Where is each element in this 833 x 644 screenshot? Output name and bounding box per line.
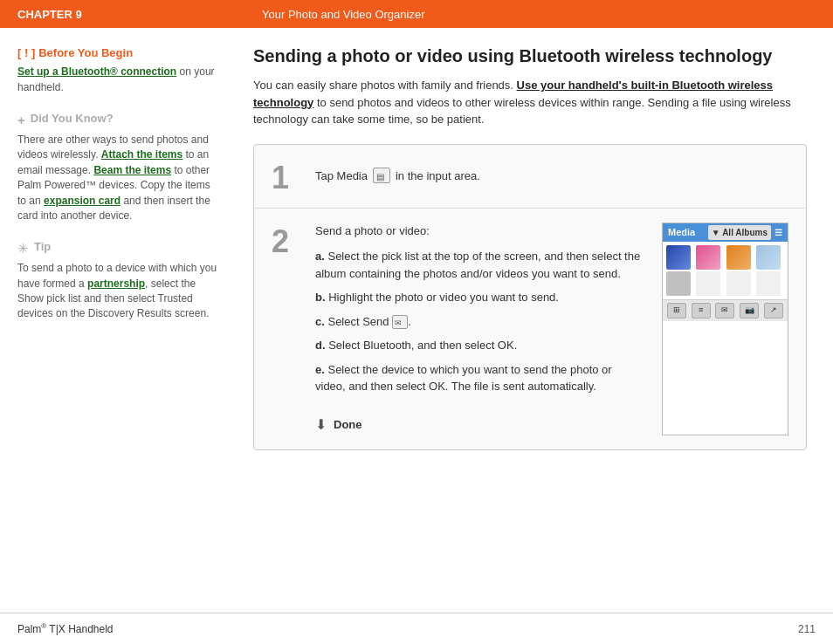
before-you-begin-title: Before You Begin (38, 45, 133, 61)
footer-brand: Palm® T|X Handheld (17, 622, 114, 635)
tip-title: Tip (34, 239, 51, 255)
media-footer: ⊞ ≡ ✉ 📷 ↗ (663, 299, 788, 321)
list-item: b. Highlight the photo or video you want… (315, 289, 644, 306)
step-2-row: 2 Send a photo or video: a. Select the p… (254, 209, 806, 449)
beam-items-link[interactable]: Beam the items (93, 164, 171, 176)
chapter-label: CHAPTER 9 (17, 8, 262, 21)
brand-text: Palm® T|X Handheld (17, 623, 114, 635)
intro-paragraph: You can easily share photos with family … (253, 77, 807, 128)
list-item: c. Select Send . (315, 313, 644, 331)
step-1-content: Tap Media in the input area. (315, 159, 788, 185)
thumb-1 (666, 245, 691, 270)
page-title: Sending a photo or video using Bluetooth… (253, 45, 807, 66)
page-header: CHAPTER 9 Your Photo and Video Organizer (0, 0, 833, 28)
media-label: Media (668, 225, 695, 240)
step-1-text: Tap Media in the input area. (315, 159, 788, 185)
page-footer: Palm® T|X Handheld 211 (0, 613, 833, 644)
list-item: e. Select the device to which you want t… (315, 361, 644, 395)
asterisk-icon: ✳ (17, 239, 29, 257)
plus-icon: + (17, 111, 25, 129)
content-area: Sending a photo or video using Bluetooth… (236, 28, 833, 613)
did-you-know-section: + Did You Know? There are other ways to … (17, 111, 218, 223)
thumb-5 (666, 271, 691, 296)
before-you-begin-header: [ ! ] Before You Begin (17, 45, 218, 61)
media-btn-send[interactable]: ↗ (764, 303, 783, 319)
thumb-3 (726, 245, 751, 270)
step-2-instructions: Send a photo or video: a. Select the pic… (315, 223, 644, 435)
media-icon (373, 168, 390, 183)
sidebar: [ ! ] Before You Begin Set up a Bluetoot… (0, 28, 236, 613)
media-screenshot: Media ▼ All Albums ☰ (662, 223, 788, 435)
intro-text-before: You can easily share photos with family … (253, 79, 517, 92)
did-you-know-header: + Did You Know? (17, 111, 218, 129)
done-icon: ⬇ (315, 414, 327, 435)
media-header-bar: Media ▼ All Albums ☰ (663, 223, 788, 242)
thumb-2 (696, 245, 720, 270)
list-item: a. Select the pick list at the top of th… (315, 248, 644, 282)
done-label: Done (334, 416, 362, 434)
tap-media-after: in the input area. (396, 168, 480, 185)
bluetooth-connection-link[interactable]: Set up a Bluetooth® connection (17, 65, 176, 78)
step-1-number: 1 (272, 159, 315, 194)
thumb-6 (696, 271, 720, 296)
header-title: Your Photo and Video Organizer (262, 8, 424, 21)
before-you-begin-text: Set up a Bluetooth® connection on your h… (17, 65, 218, 95)
media-grid (663, 242, 788, 299)
did-you-know-text: There are other ways to send photos and … (17, 133, 218, 223)
intro-text-after: to send photos and videos to other wirel… (253, 96, 791, 127)
footer-page-number: 211 (798, 623, 816, 635)
expansion-card-link[interactable]: expansion card (44, 195, 120, 207)
step-1-row: 1 Tap Media in the input area. (254, 145, 806, 209)
media-btn-list[interactable]: ≡ (692, 303, 711, 319)
did-you-know-title: Did You Know? (31, 111, 114, 127)
thumb-7 (726, 271, 751, 296)
step-2-content: Send a photo or video: a. Select the pic… (315, 223, 788, 435)
step-2-title: Send a photo or video: (315, 223, 644, 240)
media-btn-grid[interactable]: ⊞ (667, 303, 686, 319)
main-content: [ ! ] Before You Begin Set up a Bluetoot… (0, 28, 833, 613)
all-albums-dropdown[interactable]: ▼ All Albums (708, 225, 771, 240)
send-icon (392, 315, 408, 329)
partnership-link[interactable]: partnership (87, 277, 145, 290)
exclamation-icon: [ ! ] (17, 45, 35, 61)
step-2-list: a. Select the pick list at the top of th… (315, 248, 644, 395)
attach-items-link[interactable]: Attach the items (101, 148, 182, 161)
media-header-right: ▼ All Albums ☰ (708, 225, 782, 240)
media-btn-mail[interactable]: ✉ (715, 303, 734, 319)
tip-text: To send a photo to a device with which y… (17, 261, 218, 322)
tip-header: ✳ Tip (17, 239, 218, 257)
before-you-begin-section: [ ! ] Before You Begin Set up a Bluetoot… (17, 45, 218, 95)
tip-section: ✳ Tip To send a photo to a device with w… (17, 239, 218, 322)
list-item: d. Select Bluetooth, and then select OK. (315, 337, 644, 354)
step-2-number: 2 (272, 223, 315, 257)
thumb-4 (756, 245, 781, 270)
media-btn-camera[interactable]: 📷 (740, 303, 759, 319)
tap-media-text: Tap Media (315, 168, 368, 185)
step-2-inner: Send a photo or video: a. Select the pic… (315, 223, 788, 435)
steps-container: 1 Tap Media in the input area. 2 Send a … (253, 144, 807, 450)
thumb-8 (756, 271, 781, 296)
done-row: ⬇ Done (315, 402, 644, 435)
media-menu-icon: ☰ (774, 226, 782, 239)
